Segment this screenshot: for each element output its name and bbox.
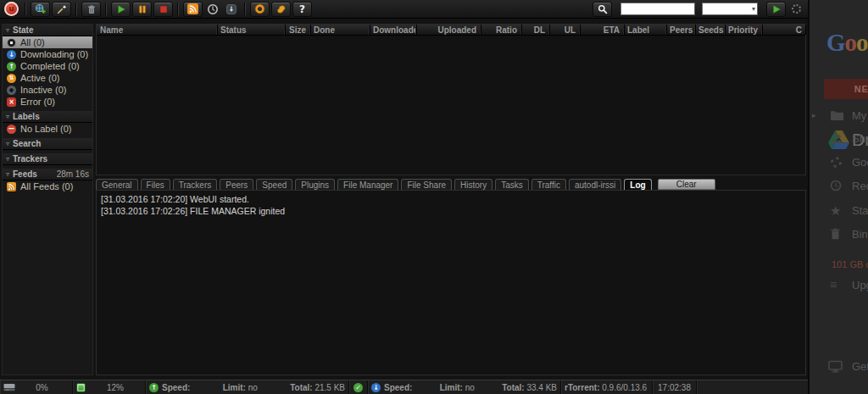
sidebar-item-downloading[interactable]: ↓ Downloading (0) <box>3 48 92 60</box>
column-header-peers[interactable]: Peers <box>666 25 695 35</box>
google-logo: Google <box>826 31 868 55</box>
toolbar: u <box>0 0 808 19</box>
sidebar-section-search[interactable]: ▿ Search <box>3 138 92 150</box>
drive-upgrade-storage[interactable]: ≡ Upgrade storage <box>810 276 868 293</box>
tab-traffic[interactable]: Traffic <box>531 179 566 190</box>
column-header-downloaded[interactable]: Downloaded <box>370 25 416 35</box>
column-header-created[interactable]: C <box>762 25 805 35</box>
sidebar-item-label: Inactive (0) <box>20 85 66 95</box>
scheduler-button[interactable] <box>204 2 221 17</box>
column-header-priority[interactable]: Priority <box>725 25 762 35</box>
active-icon: ⇅ <box>7 74 16 83</box>
drive-nav-recent[interactable]: Recent <box>810 177 868 194</box>
tab-file-share[interactable]: File Share <box>401 179 452 190</box>
column-header-label[interactable]: Label <box>624 25 666 35</box>
sidebar-item-label: All Feeds (0) <box>20 181 73 191</box>
plugins-button[interactable] <box>271 2 291 17</box>
settings-button[interactable] <box>250 2 270 17</box>
sidebar-item-completed[interactable]: ↑ Completed (0) <box>3 60 92 72</box>
remove-torrent-button[interactable] <box>81 2 101 17</box>
upload-speed-label: Speed: <box>162 383 190 392</box>
column-header-ul[interactable]: UL <box>549 25 580 35</box>
get-drive-for-pc[interactable]: Get Drive for PC <box>810 358 868 375</box>
collapse-triangle-icon: ▿ <box>6 156 9 163</box>
throttle-button[interactable] <box>223 2 240 17</box>
sidebar-item-label: All (0) <box>20 37 45 47</box>
tab-peers[interactable]: Peers <box>220 179 253 190</box>
drive-nav-bin[interactable]: Bin <box>810 225 868 242</box>
search-button[interactable] <box>593 2 612 17</box>
current-time: 17:02:38 <box>658 383 691 392</box>
search-filter-select[interactable]: ▾ <box>702 3 758 15</box>
drive-nav-shared[interactable]: Shared with me <box>810 130 868 147</box>
tab-tasks[interactable]: Tasks <box>495 179 529 190</box>
download-total-label: Total: <box>502 383 524 392</box>
all-state-icon <box>7 38 16 47</box>
download-speed-label: Speed: <box>384 383 412 392</box>
upload-speed-cell[interactable]: ↑ Speed: Limit: no Total: 21.5 KB <box>146 380 349 394</box>
tab-autodl-irssi[interactable]: autodl-irssi <box>569 179 621 190</box>
tab-log[interactable]: Log <box>624 179 651 190</box>
pause-button[interactable] <box>132 2 152 17</box>
sidebar-item-active[interactable]: ⇅ Active (0) <box>3 72 92 84</box>
star-icon: ★ <box>830 204 841 217</box>
sidebar-item-all[interactable]: All (0) <box>3 36 92 48</box>
drive-new-button[interactable]: NEW <box>824 79 868 99</box>
add-torrent-button[interactable] <box>31 2 50 17</box>
statusbar-filler <box>697 380 808 394</box>
drive-nav-photos[interactable]: Google Photos <box>810 153 868 170</box>
help-button[interactable]: ? <box>292 2 312 17</box>
column-header-uploaded[interactable]: Uploaded <box>416 25 481 35</box>
sidebar-item-error[interactable]: × Error (0) <box>3 96 92 108</box>
sidebar-section-feeds[interactable]: ▿ Feeds 28m 16s <box>3 169 92 180</box>
column-header-done[interactable]: Done <box>310 25 370 35</box>
people-icon <box>830 133 843 144</box>
column-header-name[interactable]: Name <box>97 25 217 35</box>
trash-icon <box>86 4 97 14</box>
tab-history[interactable]: History <box>454 179 492 190</box>
rutorrent-logo-icon: u <box>4 2 19 16</box>
sidebar-item-inactive[interactable]: Inactive (0) <box>3 84 92 96</box>
tab-files[interactable]: Files <box>141 179 170 190</box>
downloading-icon: ↓ <box>7 50 16 59</box>
start-button[interactable] <box>111 2 131 17</box>
tab-file-manager[interactable]: File Manager <box>337 179 398 190</box>
tab-trackers[interactable]: Trackers <box>173 179 218 190</box>
logo-letter: G <box>826 29 845 56</box>
stop-button[interactable] <box>153 2 173 17</box>
clock-cell: 17:02:38 <box>653 380 697 394</box>
drive-nav-my-drive[interactable]: ▸ My Drive <box>810 107 868 124</box>
start-search-button[interactable] <box>766 2 786 17</box>
column-header-seeds[interactable]: Seeds <box>695 25 725 35</box>
detail-tabbar: General Files Trackers Peers Speed Plugi… <box>96 178 806 190</box>
search-input[interactable] <box>620 3 695 15</box>
column-header-status[interactable]: Status <box>217 25 285 35</box>
drive-nav-starred[interactable]: ★ Starred <box>810 202 868 219</box>
column-header-eta[interactable]: ETA <box>580 25 624 35</box>
tab-plugins[interactable]: Plugins <box>295 179 335 190</box>
status-bar: 0% 12% ↑ Speed: Limit: no Total: 21.5 KB… <box>0 380 808 394</box>
drive-nav-label: Upgrade storage <box>852 279 868 291</box>
toolbar-separator <box>244 3 246 15</box>
create-torrent-button[interactable] <box>52 2 71 17</box>
tab-general[interactable]: General <box>96 179 138 190</box>
download-speed-cell[interactable]: ↓ Speed: Limit: no Total: 33.4 KB <box>368 380 561 394</box>
sidebar-section-trackers[interactable]: ▿ Trackers <box>3 153 92 165</box>
client-version-cell: rTorrent: 0.9.6/0.13.6 <box>561 380 653 394</box>
sidebar-item-all-feeds[interactable]: All Feeds (0) <box>3 180 92 192</box>
sidebar-section-labels[interactable]: ▿ Labels <box>3 111 92 123</box>
upload-limit-value: no <box>248 383 258 392</box>
column-header-ratio[interactable]: Ratio <box>481 25 521 35</box>
rss-feeds-button[interactable] <box>183 2 203 17</box>
clear-log-button[interactable]: Clear <box>658 179 715 190</box>
column-header-size[interactable]: Size <box>285 25 310 35</box>
connection-status-cell: ✓ <box>349 380 368 394</box>
column-header-dl[interactable]: DL <box>521 25 549 35</box>
log-panel[interactable]: [31.03.2016 17:02:20] WebUI started. [31… <box>96 190 806 375</box>
sidebar-section-state[interactable]: ▿ State <box>3 25 92 36</box>
tab-speed[interactable]: Speed <box>256 179 292 190</box>
log-line: [31.03.2016 17:02:26] FILE MANAGER ignit… <box>101 205 801 217</box>
sidebar-item-no-label[interactable]: − No Label (0) <box>3 123 92 135</box>
section-label: Labels <box>13 112 40 121</box>
torrent-list-body[interactable] <box>97 36 805 175</box>
